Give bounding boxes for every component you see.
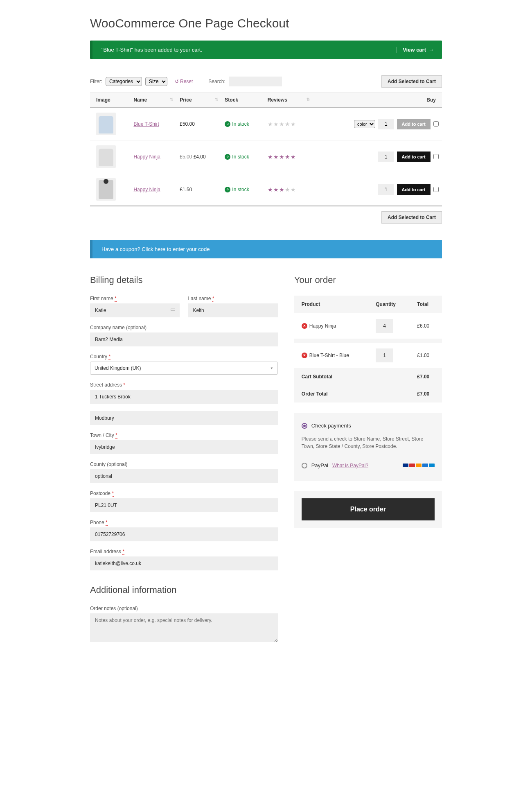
order-item-total: £1.00 [410,341,442,368]
company-input[interactable] [90,332,278,346]
subtotal-label: Cart Subtotal [294,368,410,385]
add-selected-top-button[interactable]: Add Selected to Cart [381,75,442,88]
cart-notice: "Blue T-Shirt" has been added to your ca… [90,41,442,59]
country-select[interactable]: United Kingdom (UK) [90,362,278,375]
product-row: Happy Ninja £1.50 ☺ In stock ★★★★★ Add t… [90,173,442,206]
additional-title: Additional information [90,585,278,595]
check-description: Please send a check to Store Name, Store… [302,431,435,457]
country-label: Country * [90,354,278,360]
smiley-icon: ☺ [225,121,230,127]
select-checkbox[interactable] [433,187,439,192]
add-to-cart-button[interactable]: Add to cart [397,152,431,162]
postcode-input[interactable] [90,498,278,512]
order-item-name: Blue T-Shirt - Blue [309,353,349,358]
radio-checked-icon [302,423,307,429]
last-name-label: Last name * [188,296,277,301]
select-checkbox[interactable] [433,154,439,159]
first-name-input[interactable] [90,303,180,317]
qty-input[interactable] [378,184,394,195]
product-name-link[interactable]: Blue T-Shirt [133,121,159,127]
subtotal-value: £7.00 [410,368,442,385]
th-name[interactable]: Name [130,93,176,108]
th-price[interactable]: Price [176,93,221,108]
reset-label: Reset [180,79,193,84]
th-image: Image [90,93,130,108]
view-cart-link[interactable]: View cart [396,47,434,53]
add-to-cart-button[interactable]: Add to cart [397,184,431,195]
county-label: County (optional) [90,461,278,467]
product-price: £1.50 [176,173,221,206]
coupon-notice[interactable]: Have a coupon? Click here to enter your … [90,240,442,258]
phone-input[interactable] [90,527,278,541]
email-input[interactable] [90,556,278,570]
product-price: £50.00 [176,107,221,140]
product-thumb [96,145,116,168]
product-table: Image Name Price Stock Reviews Buy Blue … [90,93,442,206]
first-name-label: First name * [90,296,180,301]
payment-check-option[interactable]: Check payments [302,420,435,431]
remove-icon[interactable]: × [302,353,307,358]
product-name-link[interactable]: Happy Ninja [133,154,160,160]
qty-input[interactable] [378,152,394,162]
company-label: Company name (optional) [90,325,278,330]
arrow-right-icon [428,47,434,53]
total-value: £7.00 [410,385,442,403]
county-input[interactable] [90,469,278,483]
street-label: Street address * [90,382,278,388]
paypal-label: PayPal [311,462,328,468]
order-table: Product Quantity Total ×Happy Ninja 4 £6… [294,296,442,403]
select-checkbox[interactable] [433,121,439,127]
street2-input[interactable] [90,411,278,425]
last-name-input[interactable] [188,303,277,317]
add-selected-bottom-button[interactable]: Add Selected to Cart [381,211,442,224]
city-input[interactable] [90,440,278,454]
size-select[interactable]: Size [145,77,167,86]
undo-icon: ↺ [175,79,179,84]
order-item-row: ×Blue T-Shirt - Blue 1 £1.00 [294,341,442,368]
reset-link[interactable]: ↺ Reset [175,79,193,84]
th-reviews[interactable]: Reviews [264,93,313,108]
city-label: Town / City * [90,432,278,438]
filter-bar: Filter: Categories Size ↺ Reset Search: … [90,75,442,88]
radio-icon [302,463,307,468]
postcode-label: Postcode * [90,491,278,496]
payment-paypal-option[interactable]: PayPal What is PayPal? [302,460,368,471]
th-buy: Buy [313,93,442,108]
filter-label: Filter: [90,79,102,84]
order-item-row: ×Happy Ninja 4 £6.00 [294,313,442,341]
order-title: Your order [294,275,442,285]
order-th-total: Total [410,296,442,313]
qty-input[interactable] [378,119,394,129]
paypal-what-link[interactable]: What is PayPal? [332,463,368,468]
product-thumb [96,113,116,135]
smiley-icon: ☺ [225,187,230,192]
order-item-qty[interactable]: 1 [376,348,393,362]
search-label: Search: [208,79,225,84]
coupon-text: Have a coupon? Click here to enter your … [98,246,210,252]
th-stock: Stock [221,93,264,108]
street1-input[interactable] [90,390,278,404]
order-item-total: £6.00 [410,313,442,341]
view-cart-label: View cart [403,47,426,53]
page-title: WooCommerce One Page Checkout [90,16,442,30]
categories-select[interactable]: Categories [106,77,142,86]
check-label: Check payments [311,423,351,429]
product-price: £5.00 £4.00 [176,140,221,173]
remove-icon[interactable]: × [302,323,307,329]
star-rating: ★★★★★ [268,121,296,127]
star-rating: ★★★★★ [268,154,296,160]
search-input[interactable] [229,77,282,86]
payment-box: Check payments Please send a check to St… [294,413,442,481]
card-icons [403,464,435,467]
total-label: Order Total [294,385,410,403]
notes-label: Order notes (optional) [90,606,278,611]
variant-select[interactable]: color [354,120,375,128]
place-order-button[interactable]: Place order [302,498,435,520]
add-to-cart-button[interactable]: Add to cart [397,119,431,129]
smiley-icon: ☺ [225,154,230,160]
stock-status: ☺ In stock [225,154,261,160]
product-name-link[interactable]: Happy Ninja [133,187,160,192]
stock-status: ☺ In stock [225,121,261,127]
notes-textarea[interactable] [90,613,278,642]
order-item-qty[interactable]: 4 [376,319,393,333]
